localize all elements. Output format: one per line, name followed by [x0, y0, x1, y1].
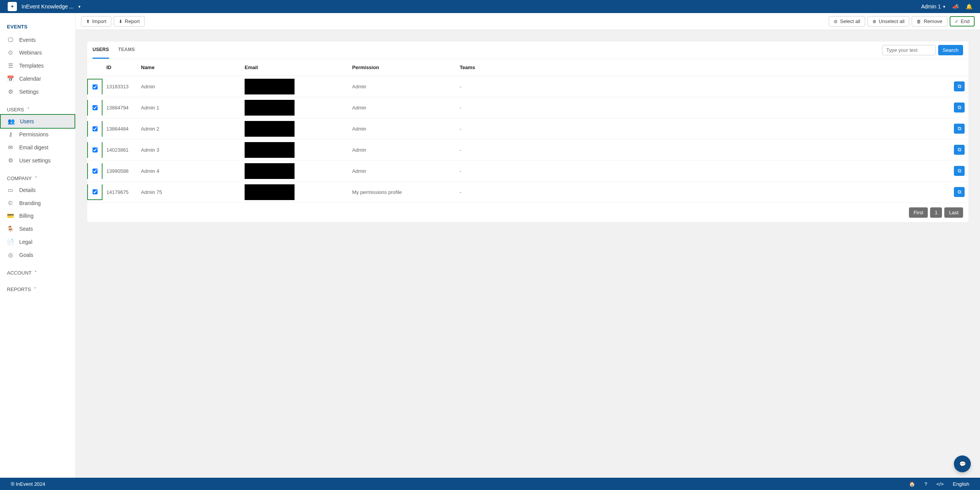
- open-row-button[interactable]: ⧉: [954, 124, 965, 134]
- external-link-icon: ⧉: [958, 104, 961, 111]
- table-row[interactable]: 13884794Admin 1Admin-⧉: [87, 97, 968, 118]
- x-circle-icon: ⊗: [872, 19, 876, 24]
- th-id: ID: [103, 59, 137, 76]
- code-icon[interactable]: </>: [937, 481, 944, 487]
- sidebar-item-branding[interactable]: ©Branding: [0, 197, 75, 209]
- row-checkbox[interactable]: [93, 147, 98, 152]
- user-menu[interactable]: Admin 1 ▾: [921, 3, 945, 10]
- chevron-up-icon: ˄: [27, 107, 30, 112]
- sidebar-item-user-settings[interactable]: ⚙User settings: [0, 154, 75, 167]
- template-icon: ☰: [7, 62, 14, 69]
- cell-email: [241, 161, 348, 182]
- branding-icon: ©: [7, 200, 14, 206]
- chat-bubble[interactable]: 💬: [954, 455, 971, 472]
- sidebar-item-templates[interactable]: ☰Templates: [0, 59, 75, 72]
- table-row[interactable]: 13183313AdminAdmin-⧉: [87, 76, 968, 97]
- billing-icon: 💳: [7, 212, 14, 219]
- cell-permission: Admin: [348, 76, 456, 97]
- tab-teams[interactable]: TEAMS: [118, 41, 135, 59]
- label: Settings: [19, 89, 39, 95]
- external-link-icon: ⧉: [958, 83, 961, 89]
- sidebar-item-events[interactable]: 🖵Events: [0, 33, 75, 46]
- table-row[interactable]: 14179675Admin 75My permissions profile-⧉: [87, 182, 968, 203]
- sidebar-item-users[interactable]: 👥Users: [0, 114, 75, 129]
- import-button[interactable]: ⬆Import: [81, 16, 111, 26]
- table-row[interactable]: 13990588Admin 4Admin-⧉: [87, 161, 968, 182]
- open-row-button[interactable]: ⧉: [954, 166, 965, 176]
- sidebar-item-billing[interactable]: 💳Billing: [0, 209, 75, 222]
- search-input[interactable]: [882, 45, 936, 55]
- app-title: InEvent Knowledge ...: [22, 3, 74, 10]
- search-button[interactable]: Search: [938, 45, 963, 55]
- sidebar-item-calendar[interactable]: 📅Calendar: [0, 72, 75, 85]
- home-icon[interactable]: 🏠: [909, 481, 915, 487]
- sidebar-group-account[interactable]: ACCOUNT˅: [0, 265, 75, 278]
- sidebar-item-legal[interactable]: 📄Legal: [0, 235, 75, 248]
- help-icon[interactable]: ?: [924, 481, 927, 487]
- webinar-icon: ⊙: [7, 49, 14, 56]
- upload-icon: ⬆: [86, 19, 90, 24]
- th-name: Name: [137, 59, 241, 76]
- chevron-down-icon: ▾: [943, 4, 945, 9]
- report-button[interactable]: ⬇Report: [114, 16, 145, 26]
- th-teams: Teams: [456, 59, 945, 76]
- cell-name: Admin 2: [137, 118, 241, 139]
- sidebar-item-permissions[interactable]: ⚷Permissions: [0, 128, 75, 141]
- label: Events: [19, 37, 36, 43]
- open-row-button[interactable]: ⧉: [954, 81, 965, 91]
- sidebar-item-settings[interactable]: ⚙Settings: [0, 85, 75, 98]
- row-checkbox[interactable]: [93, 126, 98, 131]
- open-row-button[interactable]: ⧉: [954, 187, 965, 197]
- label: Billing: [19, 213, 33, 219]
- remove-button[interactable]: 🗑Remove: [912, 16, 947, 26]
- table-row[interactable]: 14023861Admin 3Admin-⧉: [87, 139, 968, 161]
- cell-name: Admin 1: [137, 97, 241, 118]
- sidebar-item-seats[interactable]: 🪑Seats: [0, 222, 75, 235]
- page-1-button[interactable]: 1: [930, 207, 942, 218]
- th-email: Email: [241, 59, 348, 76]
- page-last-button[interactable]: Last: [944, 207, 963, 218]
- sidebar-group-reports[interactable]: REPORTS˅: [0, 282, 75, 295]
- row-checkbox[interactable]: [93, 105, 98, 110]
- open-row-button[interactable]: ⧉: [954, 145, 965, 155]
- cell-teams: -: [456, 139, 945, 161]
- cell-email: [241, 97, 348, 118]
- chevron-up-icon: ˄: [35, 176, 37, 181]
- page-first-button[interactable]: First: [909, 207, 928, 218]
- select-all-button[interactable]: ⊘Select all: [829, 16, 865, 26]
- cell-name: Admin 3: [137, 139, 241, 161]
- sidebar-item-email-digest[interactable]: ✉Email digest: [0, 141, 75, 154]
- cell-name: Admin 75: [137, 182, 241, 203]
- label: Calendar: [19, 76, 41, 82]
- gear-icon: ⚙: [7, 88, 14, 95]
- sidebar-group-users[interactable]: USERS˄: [0, 102, 75, 115]
- chevron-down-icon[interactable]: ▾: [78, 4, 81, 9]
- sidebar-item-webinars[interactable]: ⊙Webinars: [0, 46, 75, 59]
- row-checkbox[interactable]: [93, 84, 98, 89]
- tab-users[interactable]: USERS: [93, 41, 109, 59]
- cell-teams: -: [456, 97, 945, 118]
- cell-id: 13884794: [103, 97, 137, 118]
- cell-id: 13990588: [103, 161, 137, 182]
- row-checkbox[interactable]: [93, 169, 98, 174]
- check-circle-icon: ⊘: [834, 19, 838, 24]
- cell-permission: Admin: [348, 139, 456, 161]
- calendar-icon: 📅: [7, 75, 14, 82]
- sidebar-group-company[interactable]: COMPANY˄: [0, 171, 75, 184]
- sidebar-item-goals[interactable]: ◎Goals: [0, 248, 75, 262]
- external-link-icon: ⧉: [958, 168, 961, 174]
- end-button[interactable]: ✓End: [950, 16, 975, 26]
- mail-icon: ✉: [7, 144, 14, 151]
- row-checkbox[interactable]: [93, 189, 98, 194]
- cell-id: 13864484: [103, 118, 137, 139]
- cell-name: Admin: [137, 76, 241, 97]
- external-link-icon: ⧉: [958, 189, 961, 195]
- open-row-button[interactable]: ⧉: [954, 103, 965, 113]
- bell-icon[interactable]: 🔔: [966, 3, 972, 10]
- unselect-all-button[interactable]: ⊗Unselect all: [867, 16, 909, 26]
- sidebar-item-details[interactable]: ▭Details: [0, 184, 75, 197]
- cell-email: [241, 182, 348, 203]
- language-switch[interactable]: English: [953, 481, 969, 487]
- megaphone-icon[interactable]: 📣: [952, 3, 959, 10]
- table-row[interactable]: 13864484Admin 2Admin-⧉: [87, 118, 968, 139]
